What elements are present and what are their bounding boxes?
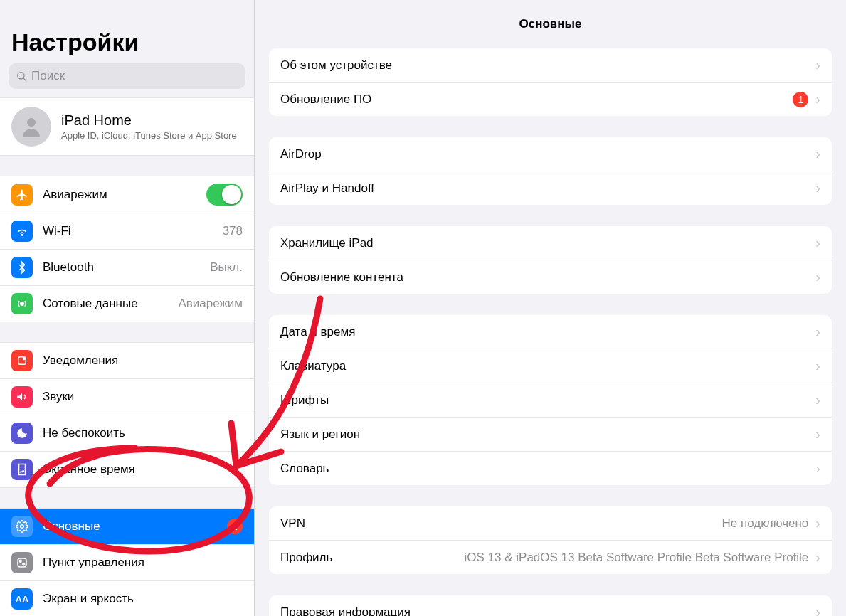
profile-subtitle: Apple ID, iCloud, iTunes Store и App Sto… — [61, 130, 237, 141]
vpn-value: Не подключено — [722, 516, 809, 531]
sounds-icon — [11, 386, 33, 408]
row-label: Словарь — [280, 462, 808, 476]
row-storage[interactable]: Хранилище iPad › — [269, 226, 832, 260]
svg-point-2 — [27, 118, 36, 127]
row-label: Клавиатура — [280, 359, 808, 373]
chevron-right-icon: › — [815, 358, 820, 374]
row-label: Хранилище iPad — [280, 236, 808, 250]
general-badge: 1 — [227, 519, 243, 534]
row-label: Обновление ПО — [280, 92, 786, 107]
row-keyboard[interactable]: Клавиатура › — [269, 349, 832, 383]
sidebar-item-label: Не беспокоить — [43, 426, 243, 440]
display-icon: AA — [11, 588, 33, 610]
row-datetime[interactable]: Дата и время › — [269, 315, 832, 349]
sidebar-item-label: Экранное время — [43, 462, 243, 477]
chevron-right-icon: › — [815, 604, 820, 616]
sidebar-item-label: Звуки — [43, 390, 243, 404]
row-label: AirPlay и Handoff — [280, 181, 808, 196]
bluetooth-icon — [11, 257, 33, 278]
search-icon — [16, 70, 27, 82]
profile-row[interactable]: iPad Home Apple ID, iCloud, iTunes Store… — [0, 97, 254, 156]
avatar — [11, 107, 51, 147]
row-language[interactable]: Язык и регион › — [269, 418, 832, 452]
svg-point-3 — [21, 235, 23, 236]
cellular-value: Авиарежим — [178, 297, 243, 311]
software-update-badge: 1 — [793, 92, 808, 107]
wifi-icon — [11, 221, 33, 242]
screentime-icon — [11, 459, 33, 480]
row-dictionary[interactable]: Словарь › — [269, 452, 832, 485]
sidebar-item-bluetooth[interactable]: Bluetooth Выкл. — [0, 250, 254, 286]
row-airplay[interactable]: AirPlay и Handoff › — [269, 171, 832, 205]
sidebar-item-cellular[interactable]: Сотовые данные Авиарежим — [0, 286, 254, 322]
sidebar-item-display[interactable]: AA Экран и яркость — [0, 581, 254, 616]
sidebar-item-control[interactable]: Пункт управления — [0, 545, 254, 581]
row-label: Профиль — [280, 551, 458, 565]
chevron-right-icon: › — [815, 57, 820, 73]
sidebar-item-label: Экран и яркость — [43, 592, 243, 606]
sidebar-item-label: Пункт управления — [43, 556, 243, 570]
svg-rect-8 — [18, 558, 26, 567]
row-label: Об этом устройстве — [280, 58, 808, 73]
chevron-right-icon: › — [815, 146, 820, 162]
page-title: Основные — [255, 0, 846, 48]
sidebar-item-label: Уведомления — [43, 354, 243, 368]
row-software-update[interactable]: Обновление ПО 1 › — [269, 83, 832, 116]
sidebar-item-airplane[interactable]: Авиарежим — [0, 176, 254, 213]
row-about[interactable]: Об этом устройстве › — [269, 48, 832, 83]
row-label: Дата и время — [280, 325, 808, 339]
row-label: VPN — [280, 516, 715, 531]
row-fonts[interactable]: Шрифты › — [269, 383, 832, 418]
chevron-right-icon: › — [815, 324, 820, 340]
row-label: Язык и регион — [280, 428, 808, 442]
chevron-right-icon: › — [815, 549, 820, 565]
sidebar-item-screentime[interactable]: Экранное время — [0, 452, 254, 487]
chevron-right-icon: › — [815, 392, 820, 408]
chevron-right-icon: › — [815, 235, 820, 251]
row-label: AirDrop — [280, 147, 808, 161]
sidebar-item-wifi[interactable]: Wi-Fi 378 — [0, 213, 254, 250]
row-label: Шрифты — [280, 393, 808, 408]
svg-point-10 — [23, 563, 25, 565]
search-input[interactable]: Поиск — [9, 63, 245, 89]
sidebar-item-sounds[interactable]: Звуки — [0, 379, 254, 415]
row-vpn[interactable]: VPN Не подключено › — [269, 506, 832, 541]
svg-line-1 — [23, 78, 26, 80]
row-airdrop[interactable]: AirDrop › — [269, 137, 832, 171]
chevron-right-icon: › — [815, 269, 820, 285]
gear-icon — [11, 516, 33, 537]
svg-point-0 — [18, 73, 24, 79]
airplane-toggle[interactable] — [206, 184, 243, 206]
dnd-icon — [11, 423, 33, 444]
sidebar-item-label: Wi-Fi — [43, 224, 213, 238]
bluetooth-value: Выкл. — [210, 260, 243, 275]
chevron-right-icon: › — [815, 515, 820, 531]
notifications-icon — [11, 350, 33, 371]
sidebar-item-notifications[interactable]: Уведомления — [0, 343, 254, 379]
sidebar-item-general[interactable]: Основные 1 — [0, 509, 254, 545]
sidebar-item-label: Bluetooth — [43, 260, 200, 275]
profile-name: iPad Home — [61, 112, 237, 129]
chevron-right-icon: › — [815, 426, 820, 442]
airplane-icon — [11, 184, 33, 206]
wifi-value: 378 — [223, 224, 243, 238]
control-center-icon — [11, 552, 33, 573]
cellular-icon — [11, 293, 33, 314]
svg-point-9 — [19, 560, 21, 562]
sidebar-item-label: Основные — [43, 519, 217, 533]
sidebar-item-dnd[interactable]: Не беспокоить — [0, 415, 254, 452]
profile-value: iOS 13 & iPadOS 13 Beta Software Profile… — [465, 551, 809, 565]
svg-point-4 — [21, 302, 24, 306]
row-background-refresh[interactable]: Обновление контента › — [269, 260, 832, 294]
row-label: Обновление контента — [280, 270, 808, 285]
sidebar-item-label: Сотовые данные — [43, 297, 168, 311]
settings-title: Настройки — [0, 0, 254, 63]
chevron-right-icon: › — [815, 91, 820, 107]
chevron-right-icon: › — [815, 180, 820, 196]
svg-point-6 — [23, 357, 26, 361]
sidebar-item-label: Авиарежим — [43, 188, 196, 202]
chevron-right-icon: › — [815, 460, 820, 477]
row-profile[interactable]: Профиль iOS 13 & iPadOS 13 Beta Software… — [269, 541, 832, 574]
row-legal[interactable]: Правовая информация › — [269, 595, 832, 616]
search-placeholder: Поиск — [31, 69, 65, 83]
